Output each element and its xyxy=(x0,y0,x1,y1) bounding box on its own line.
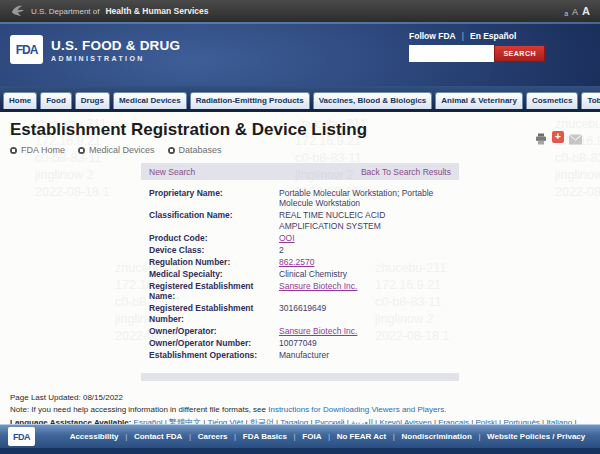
print-icon[interactable] xyxy=(535,131,547,149)
hhs-top-bar: U.S. Department of Health & Human Servic… xyxy=(0,0,600,22)
breadcrumb-item-medical-devices[interactable]: Medical Devices xyxy=(78,145,155,155)
main-content: zhucebu-211172.16.9.21c0-b8-83-11jinglin… xyxy=(0,112,600,424)
result-card-footer-strip xyxy=(141,373,459,381)
email-icon[interactable] xyxy=(569,131,582,149)
row-label: Product Code: xyxy=(149,233,279,244)
nav-tab-home[interactable]: Home xyxy=(3,92,37,109)
footer-link-accessibility[interactable]: Accessibility xyxy=(70,432,119,441)
breadcrumb-item-databases[interactable]: Databases xyxy=(168,145,222,155)
result-card: New Search Back To Search Results Propri… xyxy=(141,163,459,381)
page-tools: + xyxy=(535,131,582,149)
footer-link-website-policies-privacy[interactable]: Website Policies / Privacy xyxy=(487,432,585,441)
result-row-classification-name: Classification Name:REAL TIME NUCLEIC AC… xyxy=(149,210,451,231)
language-link-tagalog[interactable]: Tagalog xyxy=(280,418,308,425)
row-label: Regulation Number: xyxy=(149,257,279,268)
result-card-header: New Search Back To Search Results xyxy=(141,163,459,180)
header-link-separator: | xyxy=(462,31,464,41)
fda-header: FDA U.S. FOOD & DRUG ADMINISTRATION Foll… xyxy=(0,22,600,86)
row-value-link[interactable]: 862.2570 xyxy=(279,257,451,268)
footer-link-foia[interactable]: FOIA xyxy=(302,432,321,441)
breadcrumb-bullet-icon xyxy=(168,147,175,154)
hhs-department-link[interactable]: U.S. Department of Health & Human Servic… xyxy=(10,4,208,19)
footer-separator: | xyxy=(393,432,395,441)
nav-tab-cosmetics[interactable]: Cosmetics xyxy=(526,92,578,109)
row-value: Clinical Chemistry xyxy=(279,269,451,280)
language-link-lang-3[interactable]: 한국어 xyxy=(250,418,274,425)
result-row-owner-operator-number: Owner/Operator Number:10077049 xyxy=(149,338,451,349)
row-value-link[interactable]: OOI xyxy=(279,233,451,244)
new-search-link[interactable]: New Search xyxy=(149,167,195,177)
breadcrumb-label: Databases xyxy=(179,145,222,155)
result-row-registered-establishment-number: Registered Establishment Number:30166196… xyxy=(149,303,451,324)
nav-tab-drugs[interactable]: Drugs xyxy=(75,92,110,109)
search-button[interactable]: SEARCH xyxy=(494,45,545,62)
en-espanol-link[interactable]: En Español xyxy=(470,31,516,41)
hhs-dept-name: Health & Human Services xyxy=(105,6,208,16)
nav-tab-tobacco-products[interactable]: Tobacco Products xyxy=(581,92,600,109)
footer-separator: | xyxy=(294,432,296,441)
search-input[interactable] xyxy=(409,45,494,62)
main-nav: HomeFoodDrugsMedical DevicesRadiation-Em… xyxy=(0,86,600,112)
nav-tab-vaccines-blood-biologics[interactable]: Vaccines, Blood & Biologics xyxy=(313,92,433,109)
footer-separator: | xyxy=(125,432,127,441)
breadcrumb-label: Medical Devices xyxy=(89,145,155,155)
nav-tab-radiation-emitting-products[interactable]: Radiation-Emitting Products xyxy=(190,92,310,109)
result-row-product-code: Product Code:OOI xyxy=(149,233,451,244)
row-label: Classification Name: xyxy=(149,210,279,231)
viewers-players-link[interactable]: Instructions for Downloading Viewers and… xyxy=(268,405,446,414)
row-label: Registered Establishment Name: xyxy=(149,281,279,302)
row-label: Registered Establishment Number: xyxy=(149,303,279,324)
row-value: 10077049 xyxy=(279,338,451,349)
fda-brand-line1: U.S. FOOD & DRUG xyxy=(51,38,180,53)
language-link-fran-ais[interactable]: Français xyxy=(438,418,469,425)
language-link-polski[interactable]: Polski xyxy=(476,418,497,425)
page-meta: Page Last Updated: 08/15/2022 Note: If y… xyxy=(10,392,590,425)
result-row-owner-operator: Owner/Operator:Sansure Biotech Inc. xyxy=(149,326,451,337)
language-separator: | xyxy=(572,418,576,425)
fda-logo[interactable]: FDA xyxy=(10,35,43,64)
fda-brand-line2: ADMINISTRATION xyxy=(51,55,180,62)
footer-link-contact-fda[interactable]: Contact FDA xyxy=(134,432,182,441)
language-link-italiano[interactable]: Italiano xyxy=(546,418,572,425)
font-size-controls: a A A xyxy=(564,5,590,17)
footer-link-no-fear-act[interactable]: No FEAR Act xyxy=(337,432,386,441)
row-label: Owner/Operator Number: xyxy=(149,338,279,349)
font-size-large-button[interactable]: A xyxy=(582,5,590,17)
font-size-medium-button[interactable]: A xyxy=(572,7,578,17)
page-root: U.S. Department of Health & Human Servic… xyxy=(0,0,600,454)
footer-bottom-strip xyxy=(0,448,600,454)
footer-separator: | xyxy=(189,432,191,441)
language-link-krey-l-ayisyen[interactable]: Kreyòl Ayisyen xyxy=(379,418,431,425)
language-link-lang-1[interactable]: 繁體中文 xyxy=(169,418,201,425)
breadcrumb-label: FDA Home xyxy=(21,145,65,155)
font-size-small-button[interactable]: a xyxy=(564,10,568,17)
language-link-portugu-s[interactable]: Português xyxy=(503,418,539,425)
footer-fda-logo[interactable]: FDA xyxy=(8,427,35,446)
row-value: REAL TIME NUCLEIC ACID AMPLIFICATION SYS… xyxy=(279,210,451,231)
result-row-registered-establishment-name: Registered Establishment Name:Sansure Bi… xyxy=(149,281,451,302)
row-label: Owner/Operator: xyxy=(149,326,279,337)
row-value-link[interactable]: Sansure Biotech Inc. xyxy=(279,326,451,337)
footer-link-fda-basics[interactable]: FDA Basics xyxy=(243,432,287,441)
result-row-medical-specialty: Medical Specialty:Clinical Chemistry xyxy=(149,269,451,280)
share-icon[interactable]: + xyxy=(552,131,564,143)
footer-link-careers[interactable]: Careers xyxy=(198,432,228,441)
nav-tab-medical-devices[interactable]: Medical Devices xyxy=(113,92,187,109)
language-link-lang-6[interactable]: العربية xyxy=(351,418,373,425)
language-link-lang-5[interactable]: Русский xyxy=(315,418,345,425)
nav-tab-animal-veterinary[interactable]: Animal & Veterinary xyxy=(435,92,523,109)
footer-separator: | xyxy=(478,432,480,441)
follow-fda-link[interactable]: Follow FDA xyxy=(409,31,456,41)
breadcrumb-item-fda-home[interactable]: FDA Home xyxy=(10,145,65,155)
row-label: Medical Specialty: xyxy=(149,269,279,280)
language-link-espa-ol[interactable]: Español xyxy=(134,418,163,425)
row-value: Manufacturer xyxy=(279,350,451,361)
nav-tab-food[interactable]: Food xyxy=(40,92,72,109)
result-row-regulation-number: Regulation Number:862.2570 xyxy=(149,257,451,268)
back-to-search-results-link[interactable]: Back To Search Results xyxy=(361,167,451,177)
language-link-ti-ng-vi-t[interactable]: Tiếng Việt xyxy=(208,418,244,425)
footer-link-nondiscrimination[interactable]: Nondiscrimination xyxy=(402,432,472,441)
row-value-link[interactable]: Sansure Biotech Inc. xyxy=(279,281,451,302)
row-value: 2 xyxy=(279,245,451,256)
row-value: Portable Molecular Workstation; Portable… xyxy=(279,188,451,209)
